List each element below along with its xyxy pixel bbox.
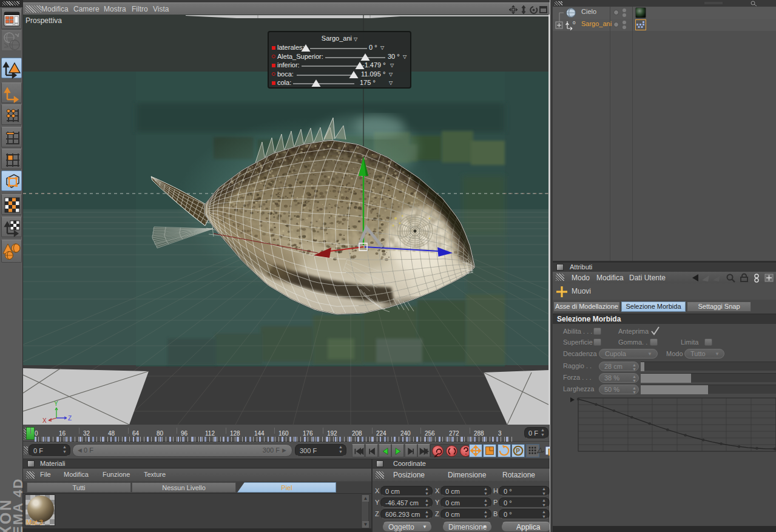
svg-text:Y: Y — [54, 400, 58, 407]
svg-text:EMA 4D: EMA 4D — [10, 478, 23, 532]
svg-text:0: 0 — [573, 20, 576, 25]
svg-text:X: X — [42, 417, 47, 424]
svg-text:P: P — [516, 448, 520, 454]
svg-text:Z: Z — [68, 415, 72, 422]
